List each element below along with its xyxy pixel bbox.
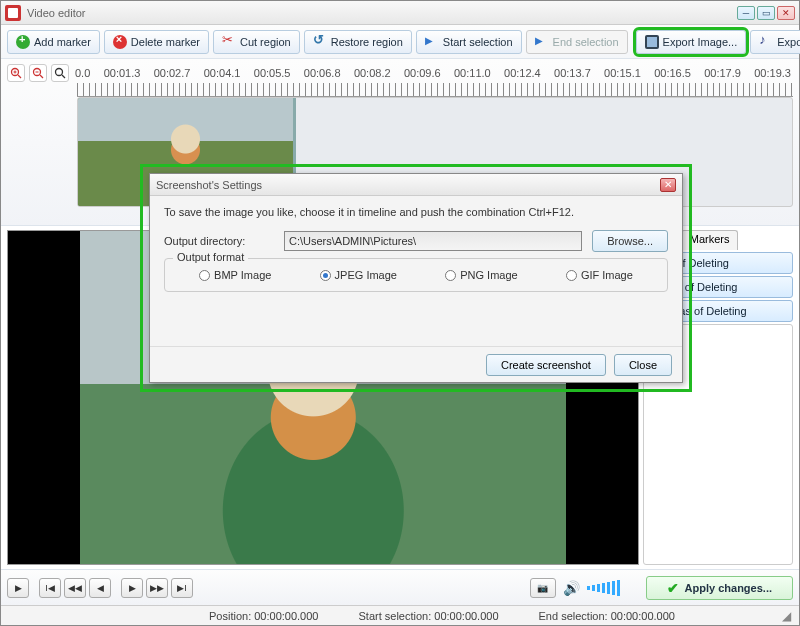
snapshot-button[interactable]: 📷 (530, 578, 556, 598)
cut-icon (222, 35, 236, 49)
window-title: Video editor (27, 7, 735, 19)
title-bar: Video editor ─ ▭ ✕ (1, 1, 799, 25)
dialog-hint: To save the image you like, choose it in… (164, 206, 668, 218)
end-sel-icon (535, 35, 549, 49)
output-dir-label: Output directory: (164, 235, 274, 247)
dialog-title: Screenshot's Settings (156, 179, 262, 191)
output-format-group: Output format BMP Image JPEG Image PNG I… (164, 258, 668, 292)
fastfwd-button[interactable]: ▶▶ (146, 578, 168, 598)
timecode: 00:08.2 (354, 67, 391, 79)
maximize-button[interactable]: ▭ (757, 6, 775, 20)
timecode: 0.0 (75, 67, 90, 79)
volume-meter[interactable] (587, 580, 620, 596)
status-bar: Position: 00:00:00.000 Start selection: … (1, 605, 799, 625)
radio-jpeg[interactable]: JPEG Image (320, 269, 397, 281)
timecode: 00:16.5 (654, 67, 691, 79)
timecode: 00:15.1 (604, 67, 641, 79)
step-back-button[interactable]: ◀ (89, 578, 111, 598)
export-image-icon (645, 35, 659, 49)
dialog-close-button[interactable]: ✕ (660, 178, 676, 192)
delete-icon (113, 35, 127, 49)
timecode: 00:04.1 (204, 67, 241, 79)
step-fwd-button[interactable]: ▶ (121, 578, 143, 598)
goto-end-button[interactable]: ▶I (171, 578, 193, 598)
timecode: 00:13.7 (554, 67, 591, 79)
zoom-in-button[interactable] (7, 64, 25, 82)
export-audio-icon (759, 35, 773, 49)
playback-controls: ▶ I◀ ◀◀ ◀ ▶ ▶▶ ▶I 📷 🔊 ✔Apply changes... (1, 569, 799, 605)
rewind-button[interactable]: ◀◀ (64, 578, 86, 598)
output-format-label: Output format (173, 251, 248, 263)
zoom-out-button[interactable] (29, 64, 47, 82)
timeline-timecodes: 0.000:01.300:02.700:04.100:05.500:06.800… (73, 67, 793, 79)
start-sel-icon (425, 35, 439, 49)
timecode: 00:05.5 (254, 67, 291, 79)
apply-changes-button[interactable]: ✔Apply changes... (646, 576, 793, 600)
goto-start-button[interactable]: I◀ (39, 578, 61, 598)
add-icon (16, 35, 30, 49)
timecode: 00:06.8 (304, 67, 341, 79)
main-toolbar: Add marker Delete marker Cut region Rest… (1, 25, 799, 59)
svg-line-1 (18, 75, 21, 78)
play-button[interactable]: ▶ (7, 578, 29, 598)
timeline-ruler[interactable] (77, 83, 793, 97)
restore-region-button[interactable]: Restore region (304, 30, 412, 54)
screenshot-settings-dialog: Screenshot's Settings ✕ To save the imag… (149, 173, 683, 383)
timecode: 00:19.3 (754, 67, 791, 79)
resize-grip[interactable]: ◢ (782, 609, 791, 623)
zoom-fit-button[interactable] (51, 64, 69, 82)
status-start-sel: Start selection: 00:00:00.000 (358, 610, 498, 622)
minimize-button[interactable]: ─ (737, 6, 755, 20)
timecode: 00:11.0 (454, 67, 491, 79)
check-icon: ✔ (667, 580, 679, 596)
status-end-sel: End selection: 00:00:00.000 (539, 610, 675, 622)
output-dir-input[interactable]: C:\Users\ADMIN\Pictures\ (284, 231, 582, 251)
radio-gif[interactable]: GIF Image (566, 269, 633, 281)
timecode: 00:12.4 (504, 67, 541, 79)
radio-png[interactable]: PNG Image (445, 269, 517, 281)
close-button[interactable]: ✕ (777, 6, 795, 20)
end-selection-button: End selection (526, 30, 628, 54)
status-position: Position: 00:00:00.000 (209, 610, 318, 622)
delete-marker-button[interactable]: Delete marker (104, 30, 209, 54)
app-icon (5, 5, 21, 21)
add-marker-button[interactable]: Add marker (7, 30, 100, 54)
create-screenshot-button[interactable]: Create screenshot (486, 354, 606, 376)
cut-region-button[interactable]: Cut region (213, 30, 300, 54)
browse-button[interactable]: Browse... (592, 230, 668, 252)
speaker-icon[interactable]: 🔊 (563, 580, 580, 596)
start-selection-button[interactable]: Start selection (416, 30, 522, 54)
dialog-close-btn[interactable]: Close (614, 354, 672, 376)
timecode: 00:01.3 (104, 67, 141, 79)
timecode: 00:02.7 (154, 67, 191, 79)
tab-markers[interactable]: Markers (681, 230, 739, 250)
svg-point-7 (56, 69, 63, 76)
restore-icon (313, 35, 327, 49)
timecode: 00:17.9 (704, 67, 741, 79)
svg-line-5 (40, 75, 43, 78)
svg-line-8 (62, 75, 65, 78)
export-audio-button[interactable]: Export Audio... (750, 30, 800, 54)
dialog-title-bar: Screenshot's Settings ✕ (150, 174, 682, 196)
timecode: 00:09.6 (404, 67, 441, 79)
radio-bmp[interactable]: BMP Image (199, 269, 271, 281)
export-image-button[interactable]: Export Image... (636, 30, 747, 54)
